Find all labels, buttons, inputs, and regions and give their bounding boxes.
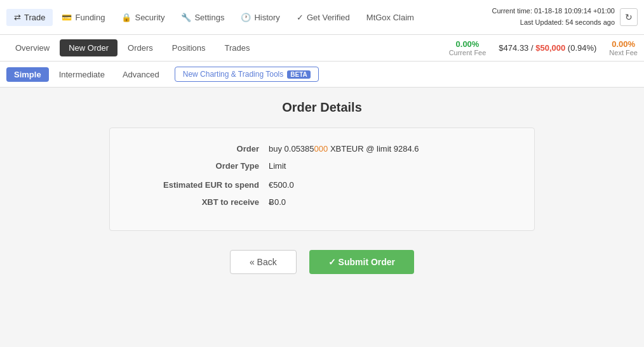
nav-item-trade[interactable]: ⇄ Trade <box>6 9 53 26</box>
nav-label-security: Security <box>135 13 164 22</box>
sec-nav-new-order[interactable]: New Order <box>60 39 117 56</box>
sec-nav-positions[interactable]: Positions <box>163 39 215 56</box>
top-nav-left: ⇄ Trade 💳 Funding 🔒 Security 🔧 Settings … <box>6 9 492 26</box>
charting-button[interactable]: New Charting & Trading Tools BETA <box>175 67 319 82</box>
current-time-value: 01-18-18 10:09:14 +01:00 <box>534 7 615 15</box>
xbt-receive-row: XBT to receive Ƀ0.0 <box>129 197 515 207</box>
nav-item-settings[interactable]: 🔧 Settings <box>173 9 232 26</box>
charting-button-label: New Charting & Trading Tools <box>183 70 284 79</box>
last-updated-value: 54 seconds ago <box>565 18 615 26</box>
security-icon: 🔒 <box>121 13 131 22</box>
balance-current: $474.33 <box>499 43 528 53</box>
action-buttons: « Back ✓ Submit Order <box>109 250 535 274</box>
current-fee-value: 0.00% <box>449 39 486 49</box>
funding-icon: 💳 <box>62 13 72 22</box>
refresh-button[interactable]: ↻ <box>620 8 638 26</box>
history-icon: 🕐 <box>241 13 251 22</box>
nav-label-trade: Trade <box>24 13 45 22</box>
xbt-receive-value: Ƀ0.0 <box>269 197 286 207</box>
order-type-value: Limit <box>269 161 286 171</box>
mode-tabs: Simple Intermediate Advanced New Chartin… <box>0 62 644 88</box>
sec-nav-overview[interactable]: Overview <box>6 39 58 56</box>
order-details-box: Order buy 0.05385000 XBTEUR @ limit 9284… <box>109 128 535 231</box>
current-time-label: Current time: <box>492 7 532 15</box>
mode-tab-intermediate[interactable]: Intermediate <box>51 67 112 82</box>
back-button[interactable]: « Back <box>230 250 297 274</box>
verified-icon: ✓ <box>297 13 304 22</box>
order-type-row: Order Type Limit <box>129 161 515 171</box>
order-details-title: Order Details <box>109 100 535 115</box>
main-content: Order Details Order buy 0.05385000 XBTEU… <box>100 88 544 287</box>
last-updated-row: Last Updated: 54 seconds ago <box>492 17 615 29</box>
secondary-nav-left: Overview New Order Orders Positions Trad… <box>6 39 449 56</box>
next-fee-value: 0.00% <box>609 39 638 49</box>
sec-nav-orders[interactable]: Orders <box>119 39 162 56</box>
current-time-row: Current time: 01-18-18 10:09:14 +01:00 <box>492 6 615 17</box>
time-info: Current time: 01-18-18 10:09:14 +01:00 L… <box>492 6 615 28</box>
order-type-label: Order Type <box>129 161 269 171</box>
order-label: Order <box>129 144 269 154</box>
mode-tab-advanced[interactable]: Advanced <box>115 67 167 82</box>
eur-spend-row: Estimated EUR to spend €500.0 <box>129 180 515 190</box>
next-fee-label: Next Fee <box>609 49 638 56</box>
current-fee-block: 0.00% Current Fee <box>449 39 486 56</box>
order-highlight: 000 <box>314 144 328 154</box>
trade-icon: ⇄ <box>14 13 21 22</box>
mode-tab-simple[interactable]: Simple <box>6 67 49 82</box>
order-value: buy 0.05385000 XBTEUR @ limit 9284.6 <box>269 144 419 154</box>
last-updated-label: Last Updated: <box>520 18 564 26</box>
nav-item-mtgox[interactable]: MtGox Claim <box>359 9 422 26</box>
balance-percent: (0.94%) <box>568 43 597 53</box>
next-fee-block: 0.00% Next Fee <box>609 39 638 56</box>
nav-item-security[interactable]: 🔒 Security <box>114 9 172 26</box>
secondary-nav: Overview New Order Orders Positions Trad… <box>0 35 644 62</box>
balance-limit: $50,000 <box>535 43 565 53</box>
nav-label-get-verified: Get Verified <box>307 13 350 22</box>
nav-label-mtgox: MtGox Claim <box>366 13 414 22</box>
order-row: Order buy 0.05385000 XBTEUR @ limit 9284… <box>129 144 515 154</box>
eur-spend-value: €500.0 <box>269 180 294 190</box>
nav-label-settings: Settings <box>194 13 224 22</box>
settings-icon: 🔧 <box>181 13 191 22</box>
top-nav: ⇄ Trade 💳 Funding 🔒 Security 🔧 Settings … <box>0 0 644 35</box>
current-fee-label: Current Fee <box>449 49 486 56</box>
nav-item-history[interactable]: 🕐 History <box>233 9 287 26</box>
xbt-receive-label: XBT to receive <box>129 197 269 207</box>
nav-label-history: History <box>254 13 279 22</box>
nav-item-get-verified[interactable]: ✓ Get Verified <box>289 9 358 26</box>
nav-item-funding[interactable]: 💳 Funding <box>54 9 112 26</box>
nav-label-funding: Funding <box>75 13 105 22</box>
eur-spend-label: Estimated EUR to spend <box>129 180 269 190</box>
secondary-nav-right: 0.00% Current Fee $474.33 / $50,000 (0.9… <box>449 39 638 56</box>
balance-block: $474.33 / $50,000 (0.94%) <box>499 43 596 53</box>
sec-nav-trades[interactable]: Trades <box>216 39 259 56</box>
submit-order-button[interactable]: ✓ Submit Order <box>309 250 414 274</box>
beta-badge: BETA <box>287 70 310 79</box>
top-nav-right: Current time: 01-18-18 10:09:14 +01:00 L… <box>492 6 638 28</box>
